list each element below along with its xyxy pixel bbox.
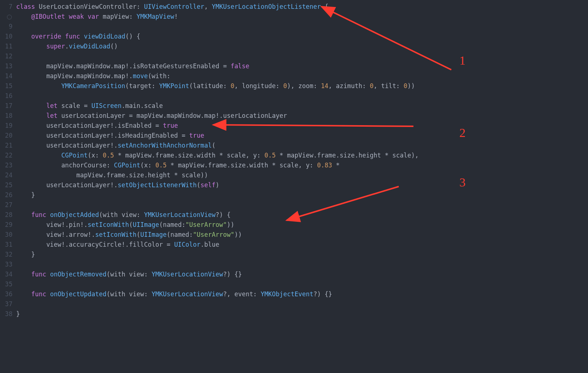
token-kw: let — [46, 112, 58, 119]
token-plain: ( — [137, 231, 140, 238]
code-line[interactable]: CGPoint(x: 0.5 * mapView.frame.size.widt… — [16, 151, 588, 160]
token-plain: (with view: — [107, 271, 152, 278]
code-line[interactable]: override func viewDidLoad() { — [16, 32, 588, 41]
code-line[interactable]: } — [16, 309, 588, 319]
token-plain: * mapView.frame.size.width * scale, y: — [114, 152, 264, 159]
code-line[interactable]: userLocationLayer!.isEnabled = true — [16, 121, 588, 131]
code-line[interactable]: mapView.frame.size.height * scale)) — [16, 170, 588, 180]
code-line[interactable]: view!.arrow!.setIconWith(UIImage(named:"… — [16, 230, 588, 240]
token-plain: .blue — [201, 241, 219, 248]
token-plain — [16, 33, 31, 40]
token-plain: mapView.mapWindow.map!.isRotateGesturesE… — [16, 62, 230, 70]
token-plain: , — [204, 3, 212, 10]
token-plain: mapView: — [99, 13, 136, 20]
token-plain: UserLocationViewController: — [35, 3, 144, 10]
code-line[interactable]: view!.pin!.setIconWith(UIImage(named:"Us… — [16, 220, 588, 230]
code-line[interactable]: view!.accuracyCircle!.fillColor = UIColo… — [16, 240, 588, 250]
code-line[interactable]: anchorCourse: CGPoint(x: 0.5 * mapView.f… — [16, 160, 588, 170]
code-line[interactable] — [16, 91, 588, 101]
line-number: 14 — [0, 71, 12, 81]
token-plain: ( — [129, 221, 133, 228]
breakpoint-gutter-icon[interactable] — [7, 15, 12, 19]
code-area[interactable]: class UserLocationViewController: UIView… — [16, 0, 588, 373]
code-line[interactable]: func onObjectAdded(with view: YMKUserLoc… — [16, 210, 588, 220]
code-line[interactable]: func onObjectUpdated(with view: YMKUserL… — [16, 289, 588, 299]
token-kw: weak — [69, 13, 84, 20]
token-plain: userLocationLayer = mapView.mapWindow.ma… — [58, 112, 287, 119]
code-line[interactable]: super.viewDidLoad() — [16, 41, 588, 51]
code-line[interactable] — [16, 200, 588, 210]
token-type: UIScreen — [92, 102, 122, 109]
token-type: YMKCameraPosition — [61, 82, 125, 90]
code-line[interactable]: class UserLocationViewController: UIView… — [16, 2, 588, 12]
line-number — [0, 12, 12, 22]
code-line[interactable] — [16, 260, 588, 269]
code-line[interactable]: let userLocationLayer = mapView.mapWindo… — [16, 111, 588, 121]
code-line[interactable]: mapView.mapWindow.map!.isRotateGesturesE… — [16, 61, 588, 71]
token-kw: func — [31, 290, 46, 298]
token-plain: )) — [227, 221, 234, 228]
token-plain: view!.accuracyCircle!.fillColor = — [16, 241, 174, 248]
token-num: 0.5 — [103, 152, 114, 159]
token-type: UIImage — [140, 231, 167, 238]
token-kw: self — [201, 181, 216, 189]
token-type: YMKUserLocationView — [144, 211, 215, 218]
code-line[interactable]: } — [16, 250, 588, 260]
token-attr: @IBOutlet — [31, 13, 65, 20]
token-kw: false — [230, 62, 249, 70]
token-plain: (target: — [125, 82, 159, 90]
token-plain: ( — [212, 142, 215, 149]
token-plain: )) — [408, 82, 415, 90]
token-plain: , longitude: — [234, 82, 283, 90]
token-plain: userLocationLayer!. — [16, 142, 118, 149]
token-plain — [65, 13, 69, 20]
line-number: 16 — [0, 91, 12, 101]
line-number: 35 — [0, 279, 12, 289]
token-type: YMKObjectEvent — [261, 290, 313, 298]
line-number: 15 — [0, 81, 12, 91]
code-line[interactable]: userLocationLayer!.isHeadingEnabled = tr… — [16, 131, 588, 141]
code-line[interactable]: } — [16, 190, 588, 200]
token-plain: ), zoom: — [287, 82, 321, 90]
token-fncall: setObjectListenerWith — [118, 181, 197, 189]
line-number: 32 — [0, 250, 12, 260]
code-line[interactable]: let scale = UIScreen.main.scale — [16, 101, 588, 111]
line-number: 19 — [0, 121, 12, 131]
code-line[interactable]: userLocationLayer!.setObjectListenerWith… — [16, 180, 588, 190]
token-plain: (named: — [159, 221, 186, 228]
code-line[interactable]: @IBOutlet weak var mapView: YMKMapView! — [16, 12, 588, 22]
token-plain — [16, 112, 46, 119]
code-line[interactable] — [16, 22, 588, 32]
token-type: YMKPoint — [159, 82, 189, 90]
code-line[interactable]: func onObjectRemoved(with view: YMKUserL… — [16, 269, 588, 279]
code-line[interactable]: userLocationLayer!.setAnchorWithAnchorNo… — [16, 141, 588, 151]
token-plain: ?) {} — [223, 271, 242, 278]
code-line[interactable] — [16, 299, 588, 309]
code-line[interactable] — [16, 279, 588, 289]
token-plain: (x: — [87, 152, 103, 159]
token-kw: super — [46, 43, 65, 50]
token-plain: (latitude: — [189, 82, 231, 90]
token-plain — [16, 290, 31, 298]
token-kw: let — [46, 102, 58, 109]
token-plain: view!.arrow!. — [16, 231, 95, 238]
token-type: YMKMapView — [137, 13, 174, 20]
line-number: 17 — [0, 101, 12, 111]
code-editor[interactable]: 7910111213141516171819202122232425262728… — [0, 0, 588, 373]
annotation-label: 3 — [459, 173, 466, 192]
code-line[interactable] — [16, 51, 588, 61]
code-line[interactable]: mapView.mapWindow.map!.move(with: — [16, 71, 588, 81]
annotation-label: 1 — [459, 51, 466, 70]
code-line[interactable]: YMKCameraPosition(target: YMKPoint(latit… — [16, 81, 588, 91]
token-plain — [46, 271, 50, 278]
token-fncall: viewDidLoad — [84, 33, 125, 40]
token-plain — [46, 290, 50, 298]
token-plain: (with view: — [107, 290, 152, 298]
token-kw: class — [16, 3, 35, 10]
token-plain: ! — [174, 13, 178, 20]
token-fncall: viewDidLoad — [69, 43, 110, 50]
token-plain: . — [65, 43, 69, 50]
token-type: YMKUserLocationView — [152, 290, 223, 298]
line-number: 13 — [0, 61, 12, 71]
token-plain: () { — [125, 33, 140, 40]
